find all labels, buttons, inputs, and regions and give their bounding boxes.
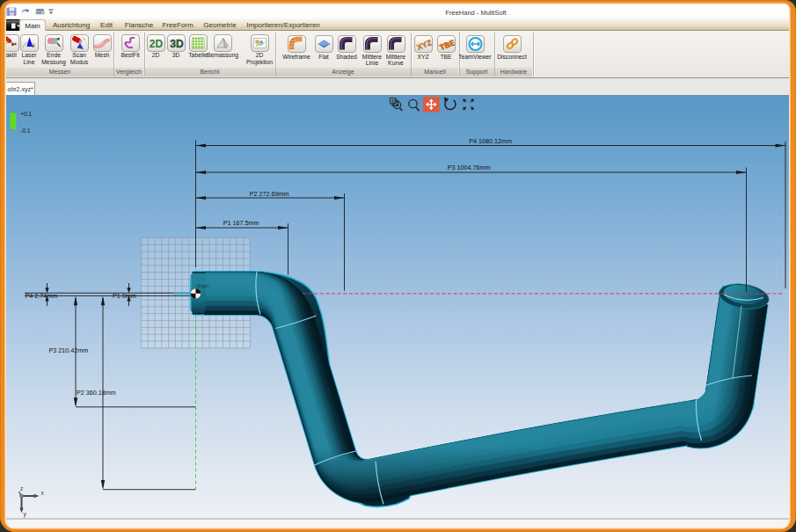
svg-text:P3 210.42mm: P3 210.42mm (49, 346, 89, 353)
svg-text:P1 0mm: P1 0mm (113, 291, 136, 299)
svg-text:+0.1: +0.1 (21, 111, 33, 117)
svg-text:Origin: Origin (196, 283, 208, 288)
svg-text:XYZ: XYZ (415, 38, 432, 52)
svg-text:P1 167.5mm: P1 167.5mm (223, 219, 259, 227)
svg-text:-0.1: -0.1 (21, 127, 31, 133)
svg-text:2D: 2D (149, 38, 163, 50)
svg-text:3D: 3D (170, 38, 184, 50)
svg-text:P3 1004.76mm: P3 1004.76mm (448, 164, 491, 171)
svg-text:P4 1080.12mm: P4 1080.12mm (469, 136, 512, 144)
svg-text:P2 272.69mm: P2 272.69mm (250, 189, 289, 197)
svg-text:P4 2.74mm: P4 2.74mm (26, 291, 58, 299)
svg-text:z: z (20, 485, 23, 491)
svg-text:P2 360.18mm: P2 360.18mm (77, 388, 116, 396)
